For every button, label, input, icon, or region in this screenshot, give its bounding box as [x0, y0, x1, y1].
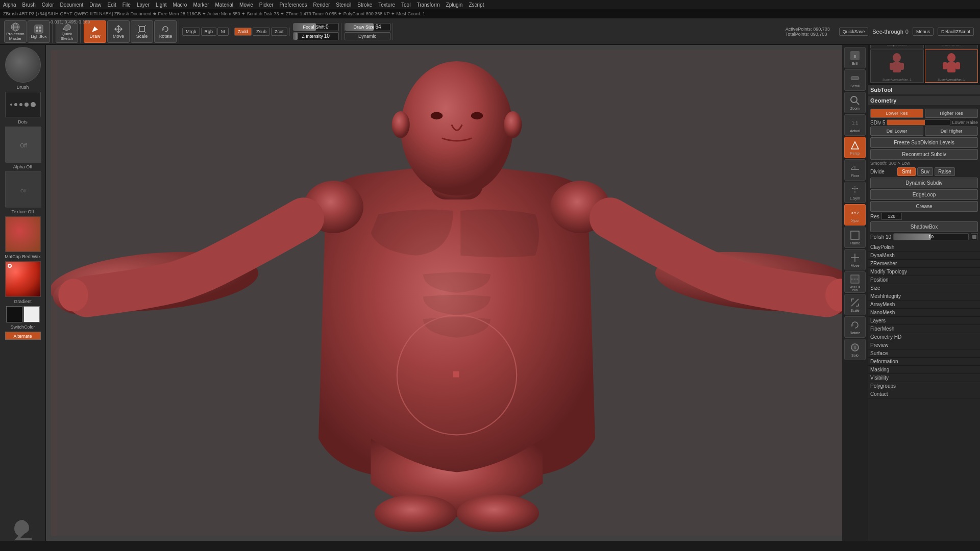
projection-master-button[interactable]: ProjectionMaster: [4, 20, 27, 43]
dots-preview[interactable]: [5, 92, 41, 117]
smt-button[interactable]: Smt: [897, 167, 916, 176]
texture-preview[interactable]: Off: [5, 171, 41, 207]
polygroups-row[interactable]: Polygroups: [868, 382, 980, 390]
preview-row[interactable]: Preview: [868, 341, 980, 349]
rotate-button[interactable]: Rotate: [154, 20, 177, 43]
brush-sphere-preview[interactable]: [5, 47, 41, 83]
menu-transform[interactable]: Transform: [416, 2, 439, 8]
res-input[interactable]: [881, 213, 902, 220]
clay-polish-row[interactable]: ClayPolish: [868, 243, 980, 252]
menu-edit[interactable]: Edit: [108, 2, 116, 8]
super-average-man-thumb1[interactable]: SuperAverageMan_1: [870, 49, 924, 83]
move-icon-button[interactable]: Move: [844, 249, 866, 270]
scale-icon-button[interactable]: Scale: [844, 294, 866, 315]
contact-row[interactable]: Contact: [868, 390, 980, 398]
deformation-row[interactable]: Deformation: [868, 358, 980, 366]
menu-alpha[interactable]: Alpha: [3, 2, 16, 8]
linefill-button[interactable]: Line FillPoly: [844, 271, 866, 293]
scale-button[interactable]: Scale: [131, 20, 153, 43]
sdiv-slider[interactable]: [887, 119, 950, 126]
menu-file[interactable]: File: [122, 2, 131, 8]
rgb-toggle[interactable]: Rgb: [201, 28, 217, 36]
menu-movie[interactable]: Movie: [239, 2, 253, 8]
nano-mesh-row[interactable]: NanoMesh: [868, 309, 980, 317]
geometry-hd-row[interactable]: Geometry HD: [868, 333, 980, 341]
mrgb-toggle[interactable]: Mrgb: [182, 28, 200, 36]
zsub-toggle[interactable]: Zsub: [253, 28, 270, 36]
menus-button[interactable]: Menus: [913, 28, 934, 36]
menu-preferences[interactable]: Preferences: [280, 2, 307, 8]
menu-document[interactable]: Document: [60, 2, 84, 8]
actual-button[interactable]: 1:1 Actual: [844, 114, 866, 136]
menu-stencil[interactable]: Stencil: [336, 2, 351, 8]
brill-button[interactable]: B Brill: [844, 47, 866, 68]
menu-light[interactable]: Light: [156, 2, 167, 8]
solo-button[interactable]: S Solo: [844, 339, 866, 360]
menu-material[interactable]: Material: [215, 2, 234, 8]
super-average-man-thumb2[interactable]: SuperAveragMan_1: [925, 49, 978, 83]
suv-button[interactable]: Suv: [917, 167, 933, 176]
polish-slider[interactable]: 10: [893, 233, 969, 240]
floor-button[interactable]: Floor: [844, 159, 866, 181]
modify-topology-row[interactable]: Modify Topology: [868, 268, 980, 276]
lsym-button[interactable]: L.Sym: [844, 182, 866, 203]
viewport[interactable]: [46, 45, 868, 541]
menu-picker[interactable]: Picker: [259, 2, 274, 8]
material-preview[interactable]: [5, 216, 41, 252]
menu-stroke[interactable]: Stroke: [357, 2, 372, 8]
dyna-mesh-row[interactable]: DynaMesh: [868, 252, 980, 260]
del-lower-button[interactable]: Del Lower: [870, 127, 923, 136]
masking-row[interactable]: Masking: [868, 366, 980, 374]
xyzz-button[interactable]: XYZ Xyzz: [844, 204, 866, 226]
fiber-mesh-row[interactable]: FiberMesh: [868, 325, 980, 333]
visibility-row[interactable]: Visibility: [868, 374, 980, 382]
primary-color-swatch[interactable]: [6, 306, 22, 322]
layers-row[interactable]: Layers: [868, 317, 980, 325]
z-intensity-slider[interactable]: Z Intensity 10: [293, 32, 339, 40]
quicksave-button[interactable]: QuickSave: [839, 28, 869, 36]
del-higher-button[interactable]: Del Higher: [925, 127, 978, 136]
lower-res-button[interactable]: Lower Res: [870, 109, 923, 118]
array-mesh-row[interactable]: ArrayMesh: [868, 300, 980, 309]
menu-tool[interactable]: Tool: [401, 2, 410, 8]
higher-res-button[interactable]: Higher Res: [925, 109, 978, 118]
reconstruct-subdiv-button[interactable]: Reconstruct Subdiv: [870, 149, 978, 160]
shadowbox-button[interactable]: ShadowBox: [870, 221, 978, 232]
zremesher-row[interactable]: ZRemesher: [868, 260, 980, 268]
size-row[interactable]: Size: [868, 284, 980, 292]
menu-color[interactable]: Color: [42, 2, 54, 8]
raise-button[interactable]: Raise: [935, 167, 955, 176]
menu-brush[interactable]: Brush: [22, 2, 36, 8]
mesh-integrity-row[interactable]: MeshIntegrity: [868, 292, 980, 300]
dynamic-toggle[interactable]: Dynamic: [345, 32, 390, 40]
zadd-toggle[interactable]: Zadd: [234, 28, 252, 36]
crease-button[interactable]: Crease: [870, 201, 978, 212]
default-zscript-button[interactable]: DefaultZScript: [938, 28, 974, 36]
zcut-toggle[interactable]: Zcut: [271, 28, 287, 36]
focal-shift-slider[interactable]: Focal Shift 0: [293, 23, 339, 31]
draw-size-slider[interactable]: Draw Size 64: [345, 23, 390, 31]
rotate-icon-button[interactable]: Rotate: [844, 316, 866, 338]
frame-button[interactable]: Frame: [844, 227, 866, 248]
color-picker[interactable]: [5, 261, 41, 297]
alternate-button[interactable]: Alternate: [5, 332, 41, 340]
geometry-top-header[interactable]: Geometry: [868, 96, 980, 105]
dynamic-subdiv-button[interactable]: Dynamic Subdiv: [870, 178, 978, 188]
m-toggle[interactable]: M: [217, 28, 229, 36]
freeze-button[interactable]: Freeze SubDivision Levels: [870, 137, 978, 148]
position-row[interactable]: Position: [868, 276, 980, 284]
menu-marker[interactable]: Marker: [193, 2, 209, 8]
menu-zplugin[interactable]: Zplugin: [446, 2, 463, 8]
persp-button[interactable]: Persp: [844, 137, 866, 158]
menu-layer[interactable]: Layer: [137, 2, 150, 8]
menu-zscript[interactable]: Zscript: [469, 2, 484, 8]
menu-macro[interactable]: Macro: [173, 2, 187, 8]
scroll-button[interactable]: Scroll: [844, 69, 866, 91]
menu-texture[interactable]: Texture: [378, 2, 395, 8]
menu-draw[interactable]: Draw: [89, 2, 101, 8]
secondary-color-swatch[interactable]: [23, 306, 40, 322]
move-button[interactable]: Move: [107, 20, 130, 43]
polish-checkbox[interactable]: [971, 233, 978, 240]
edgeloop-button[interactable]: EdgeLoop: [870, 189, 978, 200]
surface-row[interactable]: Surface: [868, 349, 980, 358]
